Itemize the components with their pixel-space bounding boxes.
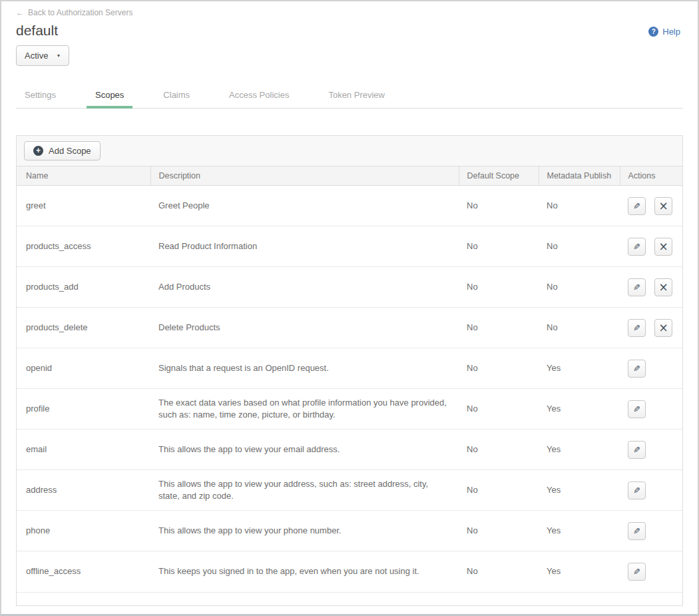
edit-scope-button[interactable]: ✎ — [628, 319, 646, 337]
back-link-label: Back to Authorization Servers — [28, 8, 132, 17]
scope-metadata-publish: Yes — [539, 470, 620, 511]
table-row: address This allows the app to view your… — [17, 470, 682, 511]
edit-scope-button[interactable]: ✎ — [628, 400, 646, 418]
scope-actions-cell: ✎ — [620, 470, 682, 511]
scope-metadata-publish: Yes — [539, 511, 620, 551]
edit-scope-button[interactable]: ✎ — [628, 360, 646, 378]
column-header-default-scope: Default Scope — [459, 166, 539, 186]
pencil-icon: ✎ — [633, 364, 640, 374]
edit-scope-button[interactable]: ✎ — [628, 197, 646, 215]
help-label: Help — [662, 27, 680, 37]
scope-name: address — [17, 470, 150, 511]
scope-description: Add Products — [150, 267, 459, 308]
table-row: products_delete Delete Products No No ✎ … — [17, 308, 682, 348]
scope-actions-cell: ✎ — [620, 511, 682, 551]
edit-scope-button[interactable]: ✎ — [628, 278, 646, 296]
edit-scope-button[interactable]: ✎ — [628, 238, 646, 256]
tab-access-policies[interactable]: Access Policies — [220, 84, 298, 108]
scope-default-scope: No — [459, 551, 539, 592]
page-title: default — [16, 23, 683, 39]
pencil-icon: ✎ — [633, 201, 640, 211]
authorization-server-page: ← Back to Authorization Servers ? Help d… — [1, 1, 698, 606]
status-dropdown[interactable]: Active ▼ — [16, 45, 69, 66]
scopes-panel: + Add Scope Name Description Default Sco… — [16, 135, 683, 606]
scope-name: phone — [17, 511, 150, 551]
scope-actions-cell: ✎ × — [620, 186, 682, 226]
scope-default-scope: No — [459, 308, 539, 348]
question-mark-icon: ? — [648, 27, 658, 37]
scope-metadata-publish: No — [539, 267, 620, 308]
back-link[interactable]: ← Back to Authorization Servers — [16, 8, 132, 17]
table-row: greet Greet People No No ✎ × — [17, 186, 682, 226]
scope-name: openid — [17, 348, 150, 389]
scope-default-scope: No — [459, 470, 539, 511]
scope-description: Greet People — [150, 186, 459, 226]
scope-metadata-publish: Yes — [539, 551, 620, 592]
scope-metadata-publish: No — [539, 226, 620, 267]
pencil-icon: ✎ — [633, 445, 640, 455]
x-icon: × — [658, 282, 668, 293]
edit-scope-button[interactable]: ✎ — [628, 522, 646, 540]
tab-scopes[interactable]: Scopes — [87, 84, 132, 108]
scope-actions-cell: ✎ × — [620, 267, 682, 308]
pencil-icon: ✎ — [633, 567, 640, 577]
help-link[interactable]: ? Help — [648, 27, 680, 37]
pencil-icon: ✎ — [633, 323, 640, 333]
x-icon: × — [658, 200, 668, 212]
add-scope-button[interactable]: + Add Scope — [24, 141, 101, 160]
scope-description: This allows the app to view your address… — [150, 470, 459, 511]
pencil-icon: ✎ — [633, 242, 640, 252]
scope-description: Read Product Information — [150, 226, 459, 267]
table-row: openid Signals that a request is an Open… — [17, 348, 682, 389]
scope-name: offline_access — [17, 551, 150, 592]
scopes-toolbar: + Add Scope — [17, 136, 682, 166]
back-arrow-icon: ← — [16, 8, 24, 17]
chevron-down-icon: ▼ — [56, 53, 61, 58]
scope-actions-cell: ✎ — [620, 348, 682, 389]
table-row: phone This allows the app to view your p… — [17, 511, 682, 551]
edit-scope-button[interactable]: ✎ — [628, 563, 646, 581]
table-row: products_access Read Product Information… — [17, 226, 682, 267]
edit-scope-button[interactable]: ✎ — [628, 441, 646, 459]
scope-metadata-publish: Yes — [539, 430, 620, 470]
scope-actions-cell: ✎ — [620, 389, 682, 430]
tab-token-preview[interactable]: Token Preview — [320, 84, 393, 108]
delete-scope-button[interactable]: × — [654, 238, 672, 256]
scope-metadata-publish: No — [539, 308, 620, 348]
scope-name: profile — [17, 389, 150, 430]
scope-description: The exact data varies based on what prof… — [150, 389, 459, 430]
table-row: email This allows the app to view your e… — [17, 430, 682, 470]
scope-name: products_add — [17, 267, 150, 308]
scope-metadata-publish: No — [539, 186, 620, 226]
scope-default-scope: No — [459, 226, 539, 267]
scope-default-scope: No — [459, 430, 539, 470]
delete-scope-button[interactable]: × — [654, 197, 672, 215]
edit-scope-button[interactable]: ✎ — [628, 481, 646, 499]
scope-actions-cell: ✎ × — [620, 226, 682, 267]
plus-icon: + — [33, 146, 43, 156]
scope-actions-cell: ✎ × — [620, 308, 682, 348]
scope-name: greet — [17, 186, 150, 226]
scope-name: products_delete — [17, 308, 150, 348]
column-header-name: Name — [17, 166, 150, 186]
table-row: offline_access This keeps you signed in … — [17, 551, 682, 592]
tab-claims[interactable]: Claims — [154, 84, 198, 108]
pencil-icon: ✎ — [633, 404, 640, 414]
delete-scope-button[interactable]: × — [654, 278, 672, 296]
table-header-row: Name Description Default Scope Metadata … — [17, 166, 682, 186]
tab-bar: Settings Scopes Claims Access Policies T… — [16, 84, 683, 109]
pencil-icon: ✎ — [633, 485, 640, 495]
table-row: products_add Add Products No No ✎ × — [17, 267, 682, 308]
column-header-description: Description — [150, 166, 459, 186]
delete-scope-button[interactable]: × — [654, 319, 672, 337]
scope-actions-cell: ✎ — [620, 551, 682, 592]
tab-settings[interactable]: Settings — [16, 84, 65, 108]
scope-default-scope: No — [459, 186, 539, 226]
table-row: profile The exact data varies based on w… — [17, 389, 682, 430]
scope-description: This allows the app to view your phone n… — [150, 511, 459, 551]
column-header-metadata-publish: Metadata Publish — [539, 166, 620, 186]
scope-default-scope: No — [459, 511, 539, 551]
scope-default-scope: No — [459, 389, 539, 430]
x-icon: × — [658, 322, 668, 334]
scopes-table-body: greet Greet People No No ✎ × products_ac… — [17, 186, 682, 592]
